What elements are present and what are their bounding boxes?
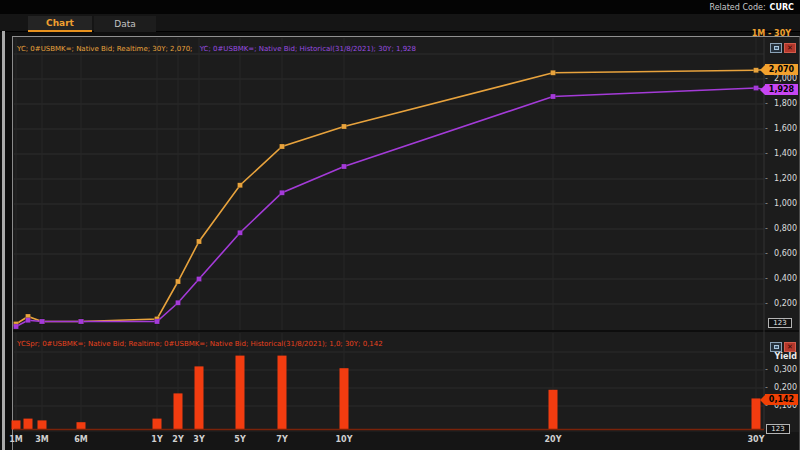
spread-bar	[38, 420, 47, 429]
y-axis-tick-label: -0,800	[765, 224, 797, 233]
y-axis-tick-label: -2,000	[765, 74, 797, 83]
main-panel-window-buttons: ✕	[770, 43, 796, 53]
x-axis-tick-label: 10Y	[331, 435, 357, 444]
data-point-marker	[238, 183, 243, 188]
spread-bar	[195, 366, 204, 429]
last-value-badge-realtime: 2,070	[765, 64, 798, 75]
spread-axis-title: Yield	[765, 352, 797, 361]
x-axis-tick-label: 5Y	[227, 435, 253, 444]
data-point-marker	[14, 324, 19, 329]
spread-panel-window-buttons: ✕	[770, 342, 796, 352]
data-point-marker	[26, 318, 31, 323]
spread-bar	[340, 368, 349, 429]
close-icon[interactable]: ✕	[784, 43, 796, 53]
data-point-marker	[238, 230, 243, 235]
data-point-marker	[79, 319, 84, 324]
last-value-badge-spread: 0,142	[765, 394, 798, 405]
series-line	[16, 88, 756, 327]
data-point-marker	[342, 124, 347, 129]
legend-realtime-series[interactable]: YC; 0#USBMK=; Native Bid; Realtime; 30Y;…	[17, 45, 192, 53]
y-axis-tick-label: -1,000	[765, 199, 797, 208]
data-point-marker	[176, 300, 181, 305]
app-window: Related Code: CURC Chart Data 1M - 30Y ✕…	[0, 0, 800, 450]
x-axis-tick-label: 20Y	[540, 435, 566, 444]
y-axis-tick-label: -1,200	[765, 174, 797, 183]
restore-icon[interactable]	[770, 342, 782, 352]
x-axis-tick-label: 3Y	[186, 435, 212, 444]
data-point-marker	[197, 239, 202, 244]
spread-bar	[153, 419, 162, 430]
axis-settings-button-spread[interactable]: 123	[766, 424, 790, 434]
y-axis-tick-label: -0,400	[765, 274, 797, 283]
data-point-marker	[280, 190, 285, 195]
axis-settings-button-main[interactable]: 123	[768, 318, 792, 328]
data-point-marker	[197, 277, 202, 282]
spread-legend[interactable]: YCSpr; 0#USBMK=; Native Bid; Realtime; 0…	[17, 340, 383, 348]
x-axis-tick-label: 7Y	[269, 435, 295, 444]
data-point-marker	[551, 70, 556, 75]
data-point-marker	[280, 144, 285, 149]
last-value-badge-historical: 1,928	[765, 84, 798, 95]
y-axis-tick-label: -1,600	[765, 124, 797, 133]
series-line	[16, 70, 756, 324]
spread-bar	[24, 419, 33, 430]
main-legend: YC; 0#USBMK=; Native Bid; Realtime; 30Y;…	[17, 45, 416, 53]
data-point-marker	[155, 319, 160, 324]
spread-bar	[174, 393, 183, 429]
data-point-marker	[40, 319, 45, 324]
y-axis-tick-label: -0,200	[765, 383, 797, 392]
y-axis-tick-label: -1,800	[765, 99, 797, 108]
legend-historical-series[interactable]: YC; 0#USBMK=; Native Bid; Historical(31/…	[200, 45, 416, 53]
spread-bar	[77, 422, 86, 429]
spread-bar	[549, 390, 558, 430]
x-axis-tick-label: 30Y	[743, 435, 769, 444]
data-point-marker	[176, 279, 181, 284]
x-axis-tick-label: 1M	[3, 435, 29, 444]
data-point-marker	[342, 164, 347, 169]
close-icon[interactable]: ✕	[784, 342, 796, 352]
spread-bar	[278, 356, 287, 430]
data-point-marker	[551, 94, 556, 99]
y-axis-tick-label: -0,200	[765, 299, 797, 308]
x-axis-tick-label: 6M	[68, 435, 94, 444]
y-axis-tick-label: -1,400	[765, 149, 797, 158]
maturity-range-label: 1M - 30Y	[752, 29, 791, 38]
restore-icon[interactable]	[770, 43, 782, 53]
spread-bar	[12, 420, 21, 429]
y-axis-tick-label: -0,300	[765, 365, 797, 374]
spread-bar	[236, 356, 245, 430]
yield-curve-plot[interactable]	[0, 0, 800, 450]
y-axis-tick-label: -0,600	[765, 249, 797, 258]
x-axis-tick-label: 3M	[29, 435, 55, 444]
